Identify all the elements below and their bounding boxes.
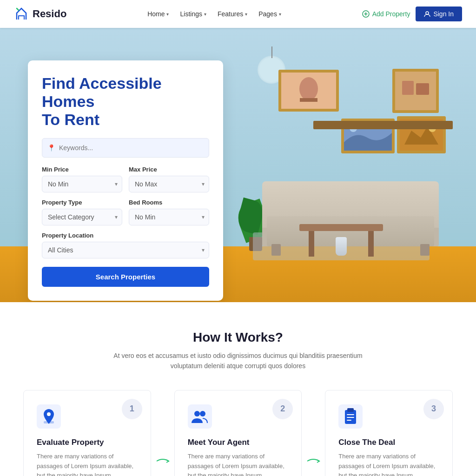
sign-in-button[interactable]: Sign In bbox=[416, 7, 462, 21]
search-button[interactable]: Search Properties bbox=[42, 267, 209, 287]
max-price-label: Max Price bbox=[129, 166, 209, 173]
chevron-down-icon: ▾ bbox=[204, 12, 206, 17]
nav-listings[interactable]: Listings ▾ bbox=[180, 10, 206, 18]
bedrooms-select[interactable]: No Min 1234+ bbox=[129, 209, 209, 225]
max-price-select-wrap: No Max $2000$3000$5000 bbox=[129, 176, 209, 192]
step-3-text: There are many variations of passages of… bbox=[338, 452, 439, 476]
step-1-title: Evaluate Property bbox=[37, 438, 138, 447]
svg-point-13 bbox=[47, 412, 51, 416]
svg-rect-4 bbox=[300, 98, 317, 102]
nav-pages[interactable]: Pages ▾ bbox=[258, 10, 281, 18]
svg-rect-19 bbox=[345, 410, 356, 424]
wall-frame-1 bbox=[278, 70, 339, 112]
svg-point-17 bbox=[200, 411, 205, 416]
bedrooms-label: Bed Rooms bbox=[129, 199, 209, 206]
nav-actions: Add Property Sign In bbox=[362, 7, 462, 21]
price-row: Min Price No Min $500$1000$1500 Max Pric… bbox=[42, 166, 209, 192]
how-card-2: 2 Meet Your Agent There are many variati… bbox=[174, 390, 302, 476]
how-cards: 1 Evaluate Property There are many varia… bbox=[19, 390, 457, 476]
vase bbox=[336, 237, 347, 256]
step-1-text: There are many variations of passages of… bbox=[37, 452, 138, 476]
keyword-input-wrap: 📍 bbox=[42, 138, 209, 158]
hero-title: Find Accessible Homes To Rent bbox=[42, 74, 209, 129]
user-icon bbox=[424, 11, 430, 17]
step-number-3: 3 bbox=[423, 399, 444, 419]
step-2-title: Meet Your Agent bbox=[188, 438, 289, 447]
chevron-down-icon: ▾ bbox=[166, 12, 169, 17]
how-card-3: 3 Close The Deal There are many variatio… bbox=[325, 390, 453, 476]
location-icon: 📍 bbox=[47, 144, 55, 152]
logo-icon bbox=[14, 7, 29, 21]
how-card-1: 1 Evaluate Property There are many varia… bbox=[23, 390, 151, 476]
property-type-col: Property Type Select Category HouseApart… bbox=[42, 199, 122, 225]
location-select[interactable]: All Cities New YorkLos AngelesChicago bbox=[42, 242, 209, 258]
svg-rect-6 bbox=[402, 81, 414, 95]
svg-point-16 bbox=[194, 411, 200, 416]
svg-rect-15 bbox=[188, 404, 212, 429]
how-it-works-section: How It Works? At vero eos et accusamus e… bbox=[0, 302, 476, 476]
min-price-select-wrap: No Min $500$1000$1500 bbox=[42, 176, 122, 192]
property-type-select[interactable]: Select Category HouseApartmentCondo bbox=[42, 209, 122, 225]
type-beds-row: Property Type Select Category HouseApart… bbox=[42, 199, 209, 225]
property-type-select-wrap: Select Category HouseApartmentCondo bbox=[42, 209, 122, 225]
arrow-1 bbox=[156, 418, 170, 476]
step-3-title: Close The Deal bbox=[338, 438, 439, 447]
min-price-label: Min Price bbox=[42, 166, 122, 173]
step-2-text: There are many variations of passages of… bbox=[188, 452, 289, 476]
nav-links: Home ▾ Listings ▾ Features ▾ Pages ▾ bbox=[147, 10, 281, 18]
wall-shelf bbox=[318, 121, 448, 129]
svg-rect-14 bbox=[44, 421, 54, 423]
keyword-input[interactable] bbox=[42, 138, 209, 158]
chevron-down-icon: ▾ bbox=[245, 12, 247, 17]
property-type-label: Property Type bbox=[42, 199, 122, 206]
hero-section: Find Accessible Homes To Rent 📍 Min Pric… bbox=[0, 28, 476, 302]
pendant-cord bbox=[271, 46, 272, 58]
bedrooms-select-wrap: No Min 1234+ bbox=[129, 209, 209, 225]
location-col: Property Location All Cities New YorkLos… bbox=[42, 232, 209, 258]
svg-rect-7 bbox=[416, 83, 429, 95]
add-property-button[interactable]: Add Property bbox=[362, 10, 410, 18]
step-number-1: 1 bbox=[122, 399, 142, 419]
search-card: Find Accessible Homes To Rent 📍 Min Pric… bbox=[28, 60, 223, 301]
max-price-col: Max Price No Max $2000$3000$5000 bbox=[129, 166, 209, 192]
chevron-down-icon: ▾ bbox=[279, 12, 281, 17]
svg-rect-5 bbox=[395, 72, 436, 110]
svg-point-3 bbox=[299, 77, 318, 100]
plus-icon bbox=[362, 10, 370, 18]
how-title: How It Works? bbox=[19, 330, 457, 345]
svg-point-1 bbox=[426, 12, 429, 14]
how-description: At vero eos et accusamus et iusto odio d… bbox=[108, 350, 368, 371]
step-number-2: 2 bbox=[272, 399, 293, 419]
bedrooms-col: Bed Rooms No Min 1234+ bbox=[129, 199, 209, 225]
location-select-wrap: All Cities New YorkLos AngelesChicago bbox=[42, 242, 209, 258]
min-price-select[interactable]: No Min $500$1000$1500 bbox=[42, 176, 122, 192]
wall-frame-2 bbox=[392, 69, 439, 113]
logo[interactable]: Resido bbox=[14, 7, 66, 21]
arrow-2 bbox=[306, 418, 320, 476]
nav-home[interactable]: Home ▾ bbox=[147, 10, 169, 18]
navbar: Resido Home ▾ Listings ▾ Features ▾ Page… bbox=[0, 0, 476, 28]
min-price-col: Min Price No Min $500$1000$1500 bbox=[42, 166, 122, 192]
max-price-select[interactable]: No Max $2000$3000$5000 bbox=[129, 176, 209, 192]
location-label: Property Location bbox=[42, 232, 209, 239]
nav-features[interactable]: Features ▾ bbox=[218, 10, 247, 18]
svg-rect-20 bbox=[347, 408, 354, 412]
